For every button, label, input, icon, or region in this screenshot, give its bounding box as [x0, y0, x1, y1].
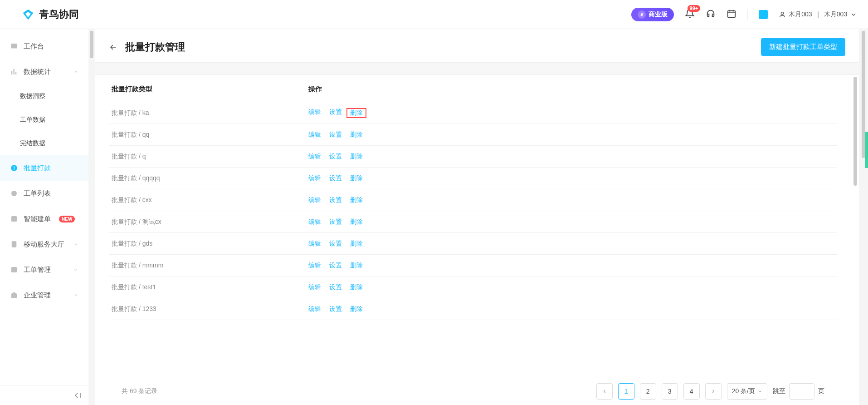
- table-body: 批量打款 / ka编辑设置删除批量打款 / qq编辑设置删除批量打款 / q编辑…: [109, 102, 837, 377]
- edit-link[interactable]: 编辑: [308, 131, 321, 139]
- total-suffix: 条记录: [137, 387, 157, 395]
- calendar-button[interactable]: [727, 9, 736, 20]
- delete-link[interactable]: 删除: [350, 174, 363, 183]
- notifications-button[interactable]: 99+: [685, 9, 695, 20]
- col-header-type: 批量打款类型: [109, 85, 308, 94]
- sidebar-scrollbar-thumb[interactable]: [90, 31, 93, 58]
- settings-link[interactable]: 设置: [329, 108, 342, 118]
- delete-link[interactable]: 删除: [346, 108, 366, 118]
- settings-link[interactable]: 设置: [329, 196, 342, 204]
- table-row: 批量打款 / qq编辑设置删除: [109, 124, 837, 146]
- sidebar-item-insight[interactable]: 数据洞察: [0, 84, 88, 108]
- table-scrollbar-thumb[interactable]: [853, 77, 857, 186]
- workbench-icon: [10, 42, 18, 50]
- sidebar-collapse-button[interactable]: [0, 385, 88, 405]
- chevron-down-icon: [73, 242, 78, 247]
- settings-link[interactable]: 设置: [329, 174, 342, 183]
- settings-link[interactable]: 设置: [329, 131, 342, 139]
- settings-link[interactable]: 设置: [329, 262, 342, 270]
- pager: 1234 20 条/页 跳至 页: [596, 383, 824, 400]
- corp-mgmt-icon: [10, 291, 18, 299]
- edit-link[interactable]: 编辑: [308, 153, 321, 161]
- sidebar-item-mobile-hall[interactable]: 移动服务大厅: [0, 232, 88, 257]
- sidebar-item-corp-mgmt[interactable]: 企业管理: [0, 282, 88, 308]
- content-area: 批量打款类型 操作 批量打款 / ka编辑设置删除批量打款 / qq编辑设置删除…: [95, 75, 859, 405]
- sidebar: 工作台 数据统计 数据洞察 工单数据 完结数据 批量打: [0, 29, 88, 405]
- settings-link[interactable]: 设置: [329, 218, 342, 226]
- pager-page-button[interactable]: 4: [683, 383, 700, 400]
- page-size-select[interactable]: 20 条/页: [727, 383, 767, 400]
- create-type-button[interactable]: 新建批量打款工单类型: [761, 38, 845, 56]
- settings-link[interactable]: 设置: [329, 153, 342, 161]
- sidebar-item-smart-order[interactable]: 智能建单 NEW: [0, 206, 88, 232]
- svg-point-4: [11, 191, 17, 196]
- accent-indicator: [865, 132, 868, 168]
- sidebar-item-label: 数据洞察: [20, 92, 45, 100]
- sidebar-item-order-mgmt[interactable]: 工单管理: [0, 257, 88, 282]
- user-secondary-name: 木月003: [824, 10, 847, 19]
- delete-link[interactable]: 删除: [350, 196, 363, 204]
- cell-ops: 编辑设置删除: [308, 196, 837, 204]
- delete-link[interactable]: 删除: [350, 240, 363, 248]
- sidebar-item-label: 工单管理: [24, 266, 51, 274]
- delete-link[interactable]: 删除: [350, 153, 363, 161]
- cell-type: 批量打款 / test1: [109, 283, 308, 291]
- settings-link[interactable]: 设置: [329, 283, 342, 291]
- settings-link[interactable]: 设置: [329, 305, 342, 313]
- jump-prefix: 跳至: [773, 387, 785, 395]
- user-menu[interactable]: 木月003 ｜ 木月003: [779, 10, 857, 19]
- page-header: 批量打款管理 新建批量打款工单类型: [95, 29, 859, 62]
- sidebar-item-label: 智能建单: [24, 215, 51, 223]
- edit-link[interactable]: 编辑: [308, 283, 321, 291]
- arrow-left-icon: [109, 43, 118, 52]
- table-row: 批量打款 / q编辑设置删除: [109, 146, 837, 168]
- sidebar-item-order-list[interactable]: 工单列表: [0, 181, 88, 206]
- delete-link[interactable]: 删除: [350, 218, 363, 226]
- edit-link[interactable]: 编辑: [308, 262, 321, 270]
- edit-link[interactable]: 编辑: [308, 174, 321, 183]
- cell-ops: 编辑设置删除: [308, 131, 837, 139]
- pager-page-button[interactable]: 3: [662, 383, 678, 400]
- mobile-hall-icon: [10, 240, 18, 248]
- svg-rect-6: [12, 241, 17, 247]
- user-primary-name: 木月003: [789, 10, 812, 19]
- back-button[interactable]: [109, 43, 118, 52]
- edit-link[interactable]: 编辑: [308, 196, 321, 204]
- support-button[interactable]: [706, 9, 716, 20]
- sidebar-item-label: 批量打款: [24, 164, 51, 173]
- chevron-down-icon: [73, 292, 78, 298]
- jump-page-input[interactable]: [789, 383, 814, 400]
- order-list-icon: [10, 189, 18, 198]
- table-scrollbar[interactable]: [851, 75, 859, 405]
- window-scrollbar[interactable]: [859, 29, 868, 405]
- pager-page-button[interactable]: 2: [640, 383, 656, 400]
- edit-link[interactable]: 编辑: [308, 305, 321, 313]
- delete-link[interactable]: 删除: [350, 131, 363, 139]
- collapse-icon: [74, 391, 82, 400]
- delete-link[interactable]: 删除: [350, 262, 363, 270]
- sidebar-item-order-data[interactable]: 工单数据: [0, 108, 88, 132]
- pager-page-button[interactable]: 1: [618, 383, 634, 400]
- pager-prev-button[interactable]: [596, 383, 613, 400]
- smart-order-icon: [10, 215, 18, 223]
- business-edition-badge[interactable]: ¥ 商业版: [631, 8, 674, 21]
- sidebar-item-batch-pay[interactable]: 批量打款: [0, 155, 88, 181]
- header-right: ¥ 商业版 99+ 木月003 ｜ 木月003: [631, 8, 857, 21]
- settings-link[interactable]: 设置: [329, 240, 342, 248]
- edit-link[interactable]: 编辑: [308, 218, 321, 226]
- delete-link[interactable]: 删除: [350, 305, 363, 313]
- edit-link[interactable]: 编辑: [308, 108, 321, 118]
- notifications-count-badge: 99+: [688, 5, 701, 12]
- sidebar-scrollbar[interactable]: [88, 29, 95, 405]
- window-scrollbar-thumb[interactable]: [862, 31, 865, 158]
- sidebar-item-finish-data[interactable]: 完结数据: [0, 132, 88, 155]
- table-row: 批量打款 / 测试cx编辑设置删除: [109, 211, 837, 233]
- sidebar-item-stats[interactable]: 数据统计: [0, 59, 88, 84]
- app-selector-icon[interactable]: [759, 10, 768, 19]
- edit-link[interactable]: 编辑: [308, 240, 321, 248]
- cell-type: 批量打款 / 1233: [109, 305, 308, 313]
- pager-next-button[interactable]: [705, 383, 722, 400]
- sidebar-item-workbench[interactable]: 工作台: [0, 34, 88, 59]
- delete-link[interactable]: 删除: [350, 283, 363, 291]
- svg-rect-5: [11, 216, 17, 222]
